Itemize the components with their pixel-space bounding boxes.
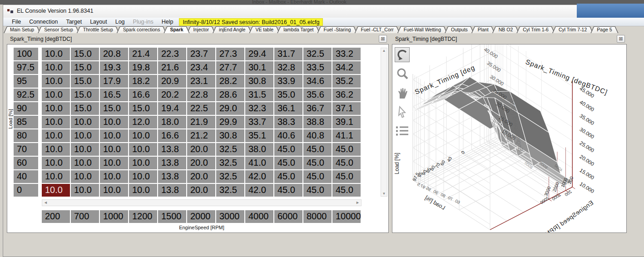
options-tool-icon[interactable]	[395, 124, 410, 138]
table-cell[interactable]: 10.0	[71, 184, 99, 197]
table-cell[interactable]: 20.9	[158, 75, 186, 88]
title-bar[interactable]: EL Console Version 1.96.8341	[3, 5, 644, 18]
rpm-column-header[interactable]: 8000	[303, 210, 332, 223]
table-cell[interactable]: 41.1	[332, 129, 361, 142]
table-cell[interactable]: 19.8	[129, 61, 157, 74]
table-cell[interactable]: 16.5	[100, 89, 128, 101]
table-cell[interactable]: 45.0	[274, 143, 302, 156]
table-cell[interactable]: 10.0	[129, 157, 157, 169]
table-cell[interactable]: 39.1	[332, 116, 361, 128]
table-cell[interactable]: 10.0	[42, 116, 70, 128]
table-cell[interactable]: 45.0	[274, 157, 302, 169]
tab-injector[interactable]: Injector	[187, 26, 215, 33]
table-cell[interactable]: 19.4	[158, 102, 186, 115]
table-cell[interactable]: 10.0	[42, 170, 70, 183]
table-cell[interactable]: 45.0	[303, 157, 332, 169]
rpm-column-header[interactable]: 2000	[187, 210, 215, 223]
table-cell[interactable]: 20.0	[187, 170, 215, 183]
menu-item-log[interactable]: Log	[111, 18, 129, 25]
table-cell[interactable]: 45.0	[303, 184, 332, 197]
table-cell[interactable]: 42.0	[245, 184, 273, 197]
tab-fuel-wall-wetting[interactable]: Fuel-Wall Wetting	[397, 26, 447, 33]
table-cell[interactable]: 23.7	[187, 48, 215, 60]
table-cell[interactable]: 32.5	[216, 157, 244, 169]
table-cell[interactable]: 22.5	[187, 102, 215, 115]
table-cell[interactable]: 33.7	[245, 116, 273, 128]
tab-outputs[interactable]: Outputs	[445, 26, 474, 33]
rpm-column-header[interactable]: 200	[42, 210, 70, 223]
load-row-header[interactable]: 92.5	[14, 89, 38, 101]
tab-injend-angle[interactable]: injEnd Angle	[213, 26, 252, 33]
tab-main-setup[interactable]: Main Setup	[4, 26, 40, 33]
table-cell[interactable]: 45.0	[332, 143, 361, 156]
table-cell[interactable]: 38.8	[303, 116, 332, 128]
table-cell[interactable]: 15.0	[71, 61, 99, 74]
table-cell[interactable]: 23.4	[187, 61, 215, 74]
table-cell[interactable]: 33.5	[303, 61, 332, 74]
table-cell[interactable]: 15.0	[100, 102, 128, 115]
rpm-column-header[interactable]: 700	[71, 210, 99, 223]
rotate-tool-icon[interactable]	[395, 47, 410, 62]
rpm-column-header[interactable]: 6000	[274, 210, 302, 223]
table-cell[interactable]: 10.0	[71, 170, 99, 183]
table-cell[interactable]: 34.2	[332, 61, 361, 74]
horizontal-scrollbar[interactable]: ◄ ►	[42, 199, 362, 206]
table-cell[interactable]: 15.0	[71, 89, 99, 101]
table-cell[interactable]: 30.8	[216, 129, 244, 142]
table-cell[interactable]: 40.6	[274, 129, 302, 142]
table-cell[interactable]: 20.0	[187, 143, 215, 156]
table-cell[interactable]: 35.0	[274, 89, 302, 101]
table-cell[interactable]: 10.0	[100, 184, 128, 197]
table-cell[interactable]: 10.0	[42, 102, 70, 115]
table-cell[interactable]: 13.8	[158, 157, 186, 169]
load-row-header[interactable]: 60	[14, 157, 38, 169]
table-cell[interactable]: 32.5	[216, 184, 244, 197]
scroll-down-icon[interactable]: ▼	[381, 192, 387, 196]
table-cell[interactable]: 10.0	[42, 157, 70, 169]
rpm-column-header[interactable]: 1500	[158, 210, 186, 223]
table-cell[interactable]: 33.2	[332, 48, 361, 60]
table-cell[interactable]: 41.0	[245, 157, 273, 169]
table-cell[interactable]: 42.0	[245, 170, 273, 183]
table-cell[interactable]: 30.1	[245, 61, 273, 74]
table-cell[interactable]: 10.0	[100, 143, 128, 156]
table-cell[interactable]: 21.9	[187, 116, 215, 128]
table-cell[interactable]: 37.1	[332, 102, 361, 115]
table-cell[interactable]: 38.3	[274, 116, 302, 128]
table-cell[interactable]: 12.0	[129, 116, 157, 128]
tab-spark[interactable]: Spark	[163, 26, 189, 33]
tab-plant[interactable]: Plant	[471, 26, 495, 33]
table-cell[interactable]: 38.0	[245, 143, 273, 156]
tab-sensor-setup[interactable]: Sensor Setup	[38, 26, 79, 33]
table-cell[interactable]: 10.0	[71, 116, 99, 128]
table-cell[interactable]: 32.5	[303, 48, 332, 60]
table-cell[interactable]: 20.0	[187, 157, 215, 169]
table-cell-selected[interactable]: 10.0	[42, 184, 70, 197]
table-cell[interactable]: 22.3	[158, 48, 186, 60]
table-cell[interactable]: 10.0	[100, 170, 128, 183]
table-cell[interactable]: 34.6	[303, 75, 332, 88]
table-cell[interactable]: 18.2	[129, 75, 157, 88]
menu-item-connection[interactable]: Connection	[25, 18, 62, 25]
table-cell[interactable]: 10.0	[71, 129, 99, 142]
tab-cyl-trim-7-12[interactable]: Cyl Trim 7-12	[552, 26, 593, 33]
table-cell[interactable]: 10.0	[42, 143, 70, 156]
table-panel-detach-icon[interactable]: ⊠	[379, 35, 387, 43]
rpm-column-header[interactable]: 4000	[245, 210, 273, 223]
load-row-header[interactable]: 85	[14, 116, 38, 128]
table-cell[interactable]: 31.5	[245, 89, 273, 101]
table-cell[interactable]: 36.2	[332, 89, 361, 101]
load-row-header[interactable]: 70	[14, 143, 38, 156]
scroll-right-icon[interactable]: ►	[356, 200, 360, 205]
table-cell[interactable]: 28.2	[216, 75, 244, 88]
load-row-header[interactable]: 95	[14, 75, 38, 88]
table-cell[interactable]: 19.3	[100, 61, 128, 74]
table-cell[interactable]: 23.1	[187, 75, 215, 88]
load-row-header[interactable]: 100	[14, 48, 38, 60]
table-cell[interactable]: 30.8	[245, 75, 273, 88]
select-tool-icon[interactable]	[395, 104, 410, 119]
table-cell[interactable]: 18.0	[158, 116, 186, 128]
table-cell[interactable]: 32.5	[216, 143, 244, 156]
table-cell[interactable]: 10.0	[42, 61, 70, 74]
table-cell[interactable]: 29.0	[216, 102, 244, 115]
